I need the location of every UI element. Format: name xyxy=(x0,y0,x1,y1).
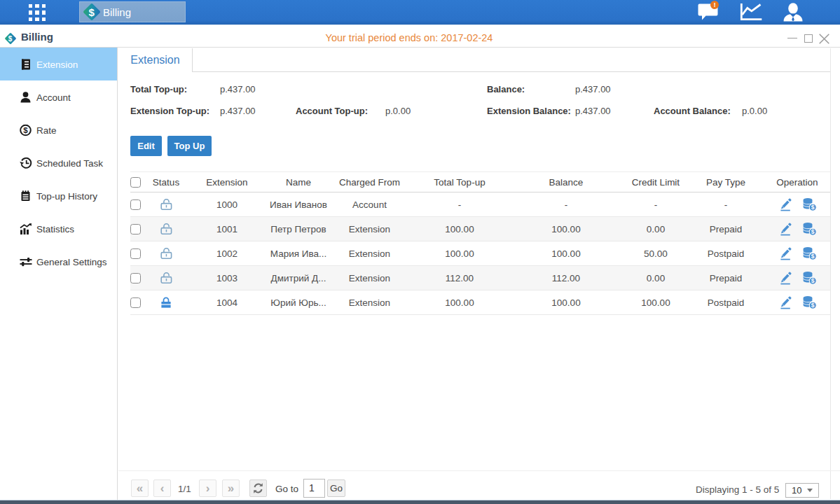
svg-text:$: $ xyxy=(811,228,814,235)
svg-text:$: $ xyxy=(23,126,28,134)
svg-text:$: $ xyxy=(811,253,814,260)
svg-text:$: $ xyxy=(811,302,814,309)
svg-text:$: $ xyxy=(811,277,814,284)
svg-text:$: $ xyxy=(811,204,814,211)
